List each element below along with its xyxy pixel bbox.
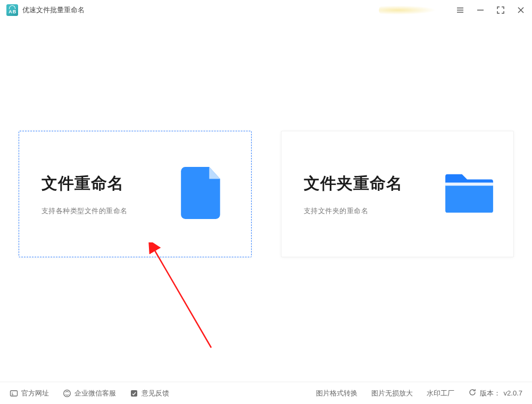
app-title: 优速文件批量重命名 <box>22 5 85 15</box>
website-icon <box>10 389 18 398</box>
link-feedback[interactable]: 意见反馈 <box>130 389 169 398</box>
link-wechat-support[interactable]: 企业微信客服 <box>63 389 116 398</box>
svg-rect-1 <box>445 182 493 186</box>
wechat-icon <box>63 389 71 398</box>
fullscreen-icon[interactable] <box>496 5 505 15</box>
close-icon[interactable] <box>516 5 526 15</box>
version-label: 版本： <box>480 389 501 398</box>
link-official-site[interactable]: 官方网址 <box>10 389 49 398</box>
app-logo-icon: A B <box>6 4 18 16</box>
header-decoration <box>379 5 443 15</box>
link-watermark[interactable]: 水印工厂 <box>427 389 454 398</box>
refresh-icon[interactable] <box>468 388 477 398</box>
svg-line-2 <box>154 249 211 348</box>
svg-rect-0 <box>445 183 493 213</box>
minimize-icon[interactable] <box>476 5 485 15</box>
card-folder-rename-title: 文件夹重命名 <box>304 173 403 195</box>
svg-rect-5 <box>131 390 137 397</box>
link-feedback-label: 意见反馈 <box>142 389 169 398</box>
link-wechat-support-label: 企业微信客服 <box>74 389 116 398</box>
link-img-upscale[interactable]: 图片无损放大 <box>371 389 413 398</box>
card-folder-rename[interactable]: 文件夹重命名 支持文件夹的重命名 <box>281 131 514 257</box>
svg-point-4 <box>64 390 71 397</box>
link-img-convert[interactable]: 图片格式转换 <box>316 389 358 398</box>
card-file-rename[interactable]: 文件重命名 支持各种类型文件的重命名 <box>19 131 252 257</box>
file-icon <box>181 167 232 221</box>
svg-rect-3 <box>11 391 18 396</box>
link-official-site-label: 官方网址 <box>21 389 49 398</box>
annotation-arrow-icon <box>146 242 221 359</box>
menu-icon[interactable] <box>455 5 465 15</box>
card-folder-rename-subtitle: 支持文件夹的重命名 <box>304 206 369 216</box>
window-controls <box>455 5 526 15</box>
feedback-icon <box>130 389 138 398</box>
version-value: v2.0.7 <box>504 389 522 397</box>
bottom-bar: 官方网址 企业微信客服 意见反馈 图片格式转换 图片无损放大 水印工厂 版本：v… <box>0 382 532 404</box>
card-file-rename-title: 文件重命名 <box>41 173 124 195</box>
card-file-rename-subtitle: 支持各种类型文件的重命名 <box>41 206 128 216</box>
main-area: 文件重命名 支持各种类型文件的重命名 文件夹重命名 支持文件夹的重命名 <box>0 20 532 382</box>
folder-icon <box>443 171 494 217</box>
title-bar: A B 优速文件批量重命名 <box>0 0 532 20</box>
